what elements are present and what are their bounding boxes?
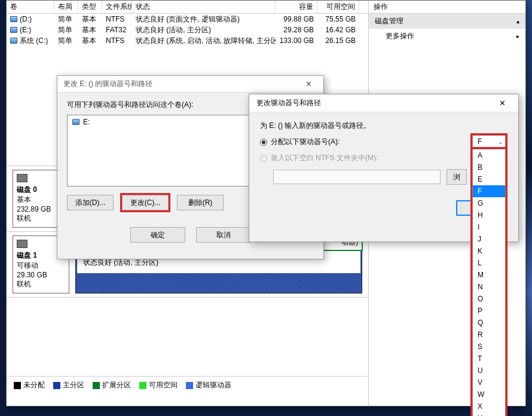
browse-button[interactable]: 浏 xyxy=(447,169,467,185)
drive-letter-option[interactable]: I xyxy=(473,221,505,233)
drive-letter-option[interactable]: X xyxy=(473,400,505,412)
col-free[interactable]: 可用空间 xyxy=(317,1,359,13)
combo-value: F xyxy=(478,137,482,146)
triangle-up-icon: ▴ xyxy=(516,18,519,25)
drive-letter-option[interactable]: W xyxy=(473,389,505,400)
add-button[interactable]: 添加(D)... xyxy=(67,195,114,210)
drive-letter-option[interactable]: L xyxy=(473,257,505,269)
col-type[interactable]: 类型 xyxy=(78,1,102,13)
drive-letter-dropdown[interactable]: ABEFGHIJKLMNOPQRSTUVWXYZ xyxy=(472,149,506,416)
dialog2-intro: 为 E: () 输入新的驱动器号或路径。 xyxy=(260,121,507,131)
drive-letter-option[interactable]: Q xyxy=(473,317,505,329)
close-icon[interactable]: ✕ xyxy=(299,79,317,88)
volume-name: (E:) xyxy=(20,26,31,34)
drive-letter-combo[interactable]: F ⌄ xyxy=(472,135,506,148)
radio-dot-icon xyxy=(260,139,267,146)
change-button[interactable]: 更改(C)... xyxy=(122,195,169,210)
close-icon[interactable]: ✕ xyxy=(493,99,511,108)
drive-letter-option[interactable]: K xyxy=(473,245,505,257)
drive-letter-option[interactable]: Y xyxy=(473,412,505,416)
drive-letter-option[interactable]: U xyxy=(473,365,505,377)
col-status[interactable]: 状态 xyxy=(132,1,276,13)
col-capacity[interactable]: 容量 xyxy=(276,1,317,13)
drive-letter-option[interactable]: T xyxy=(473,353,505,365)
volume-table: (D:) 简单 基本 NTFS 状态良好 (页面文件, 逻辑驱动器) 99.88… xyxy=(7,14,368,46)
col-layout[interactable]: 布局 xyxy=(54,1,78,13)
volume-icon xyxy=(72,119,80,125)
volume-icon xyxy=(10,16,17,22)
drive-letter-option[interactable]: B xyxy=(473,161,505,173)
volume-row[interactable]: 系统 (C:) 简单 基本 NTFS 状态良好 (系统, 启动, 活动, 故障转… xyxy=(7,35,368,46)
volume-row[interactable]: (E:) 简单 基本 FAT32 状态良好 (活动, 主分区) 29.28 GB… xyxy=(7,25,368,35)
disk-icon xyxy=(17,240,27,248)
drive-letter-option[interactable]: S xyxy=(473,341,505,353)
volume-icon xyxy=(10,38,17,44)
drive-letter-option[interactable]: H xyxy=(473,209,505,221)
legend: 未分配 主分区 扩展分区 可用空间 逻辑驱动器 xyxy=(7,376,367,394)
radio-dot-icon xyxy=(260,155,267,162)
radio-mount-folder[interactable]: 装入以下空白 NTFS 文件夹中(M): xyxy=(260,153,507,163)
volume-table-header: 卷 布局 类型 文件系统 状态 容量 可用空间 xyxy=(7,1,368,14)
cancel-button[interactable]: 取消 xyxy=(196,227,251,243)
col-volume[interactable]: 卷 xyxy=(7,1,54,13)
dialog1-title: 更改 E: () 的驱动器号和路径 xyxy=(63,79,152,89)
actions-more[interactable]: 更多操作 ▸ xyxy=(369,29,525,44)
drive-letter-option[interactable]: R xyxy=(473,329,505,341)
chevron-down-icon: ⌄ xyxy=(498,139,503,145)
drive-letter-option[interactable]: V xyxy=(473,377,505,389)
col-fs[interactable]: 文件系统 xyxy=(102,1,132,13)
drive-letter-option[interactable]: P xyxy=(473,305,505,317)
volume-row[interactable]: (D:) 简单 基本 NTFS 状态良好 (页面文件, 逻辑驱动器) 99.88… xyxy=(7,14,368,25)
volume-name: (D:) xyxy=(20,15,32,23)
drive-letter-option[interactable]: J xyxy=(473,233,505,245)
triangle-right-icon: ▸ xyxy=(516,33,519,39)
mount-path-input xyxy=(273,170,441,184)
drive-letter-option[interactable]: F xyxy=(473,185,505,197)
radio-assign-letter[interactable]: 分配以下驱动器号(A): xyxy=(260,137,507,147)
drive-letter-option[interactable]: A xyxy=(473,149,505,161)
drive-letter-option[interactable]: O xyxy=(473,293,505,305)
actions-header: 操作 xyxy=(369,1,525,14)
drive-letter-option[interactable]: G xyxy=(473,197,505,209)
dialog2-title: 更改驱动器号和路径 xyxy=(256,98,321,108)
volume-name: 系统 (C:) xyxy=(20,36,48,46)
remove-button[interactable]: 删除(R) xyxy=(177,195,224,210)
ok-button[interactable]: 确定 xyxy=(130,227,185,243)
disk-icon xyxy=(17,174,27,182)
drive-letter-option[interactable]: N xyxy=(473,281,505,293)
drive-letter-option[interactable]: E xyxy=(473,173,505,185)
volume-icon xyxy=(10,27,17,33)
actions-disk-management[interactable]: 磁盘管理 ▴ xyxy=(369,14,525,29)
drive-letter-option[interactable]: M xyxy=(473,269,505,281)
